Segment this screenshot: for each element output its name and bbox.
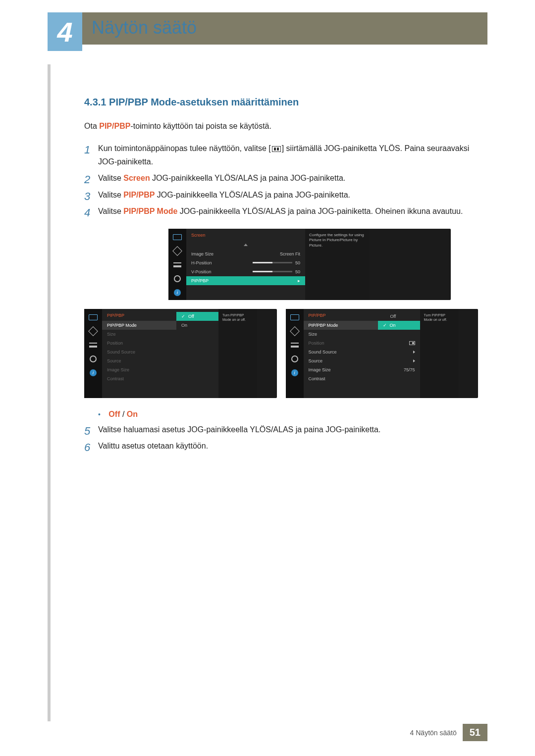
screen-term: Screen xyxy=(123,174,150,182)
step-2: 2 Valitse Screen JOG-painikkeella YLÖS/A… xyxy=(84,171,478,185)
bullet-off-on: • Off / On xyxy=(98,410,478,419)
menu-row-v-position: V-Position50 xyxy=(186,267,305,276)
menu-row-size: Size xyxy=(102,330,176,339)
step-5: 5 Valitse haluamasi asetus JOG-painikkee… xyxy=(84,423,478,436)
pipmode-term: PIP/PBP Mode xyxy=(123,207,177,215)
osd-panel-2: i PIP/PBP PIP/PBP Mode Size Position Sou… xyxy=(84,309,277,398)
info-icon: i xyxy=(88,368,99,377)
move-icon xyxy=(88,327,99,336)
osd-menu-title: PIP/PBP xyxy=(304,309,378,321)
osd-icon-column: i xyxy=(286,309,304,398)
footer-page-number: 51 xyxy=(463,724,487,741)
osd-help-text: Turn PIP/PBP Mode on or off. xyxy=(218,309,257,398)
menu-row-sound: Sound Source xyxy=(304,348,378,356)
osd-option-column: ✓Off On xyxy=(176,309,218,398)
option-off: Off xyxy=(378,312,420,321)
step-number: 6 xyxy=(84,438,90,456)
step-4: 4 Valitse PIP/PBP Mode JOG-painikkeella … xyxy=(84,204,478,218)
screen-icon xyxy=(88,313,99,322)
scroll-up-icon xyxy=(186,241,305,250)
step-1: 1 Kun toimintonäppäinopas tulee näyttöön… xyxy=(84,142,478,168)
chevron-right-icon xyxy=(413,351,415,353)
menu-row-image-size: Image Size xyxy=(304,365,378,374)
value-sound-icon xyxy=(378,339,420,348)
step-number: 3 xyxy=(84,187,90,205)
value-imgsize-arrow xyxy=(378,356,420,365)
step-number: 4 xyxy=(84,203,90,222)
bars-icon xyxy=(88,341,99,350)
check-icon: ✓ xyxy=(181,314,185,319)
osd-menu-column: PIP/PBP PIP/PBP Mode Size Position Sound… xyxy=(304,309,378,398)
chapter-number: 4 xyxy=(57,16,72,48)
menu-row-contrast: Contrast xyxy=(102,374,176,383)
step-number: 1 xyxy=(84,141,90,159)
on-label: On xyxy=(127,410,138,418)
menu-row-image-size: Image Size xyxy=(102,365,176,374)
menu-row-size: Size xyxy=(304,330,378,339)
menu-row-source: Source xyxy=(102,356,176,365)
option-on: On xyxy=(176,321,218,330)
osd-menu-title: PIP/PBP xyxy=(102,309,176,321)
menu-row-source: Source xyxy=(304,356,378,365)
osd-screen-menu: i Screen Image SizeScreen Fit H-Position… xyxy=(168,229,451,300)
move-icon xyxy=(289,327,300,336)
menu-row-pip-mode: PIP/PBP Mode xyxy=(304,321,378,330)
option-on: ✓On xyxy=(378,321,420,330)
pip-layout-icon xyxy=(409,341,415,345)
osd-menu-title: Screen xyxy=(186,229,305,241)
page-footer: 4 Näytön säätö 51 xyxy=(410,724,487,741)
osd-menu-column: PIP/PBP PIP/PBP Mode Size Position Sound… xyxy=(102,309,176,398)
move-icon xyxy=(172,247,183,255)
osd-option-column: Off ✓On 75/75 xyxy=(378,309,420,398)
menu-row-position: Position xyxy=(102,339,176,348)
page: 4 Näytön säätö 4.3.1 PIP/PBP Mode-asetuk… xyxy=(0,0,535,756)
osd-icon-column: i xyxy=(84,309,102,398)
pip-term: PIP/PBP xyxy=(99,122,130,130)
chevron-right-icon: ▸ xyxy=(298,278,300,283)
pip-term: PIP/PBP xyxy=(123,191,155,199)
osd-help-text: Turn PIP/PBP Mode on or off. xyxy=(420,309,459,398)
bullet-icon: • xyxy=(98,410,101,418)
menu-icon xyxy=(272,146,281,152)
info-icon: i xyxy=(289,368,300,377)
bars-icon xyxy=(172,260,183,269)
menu-row-h-position: H-Position50 xyxy=(186,258,305,267)
bars-icon xyxy=(289,341,300,350)
step-6: 6 Valittu asetus otetaan käyttöön. xyxy=(84,439,478,453)
option-off: ✓Off xyxy=(176,312,218,321)
menu-row-position: Position xyxy=(304,339,378,348)
osd-icon-column: i xyxy=(168,229,186,300)
menu-row-pip-pbp: PIP/PBP▸ xyxy=(186,276,305,285)
side-stripe xyxy=(48,64,51,721)
gear-icon xyxy=(172,274,183,283)
menu-row-image-size: Image SizeScreen Fit xyxy=(186,250,305,258)
steps-list: 1 Kun toimintonäppäinopas tulee näyttöön… xyxy=(84,142,478,218)
menu-row-pip-mode: PIP/PBP Mode xyxy=(102,321,176,330)
gear-icon xyxy=(88,354,99,363)
section-number: 4.3.1 xyxy=(84,97,106,107)
osd-menu-column: Screen Image SizeScreen Fit H-Position50… xyxy=(186,229,305,300)
osd-panel-1: i Screen Image SizeScreen Fit H-Position… xyxy=(168,229,451,300)
chapter-badge: 4 xyxy=(48,12,82,51)
intro-text: Ota PIP/PBP-toiminto käyttöön tai poista… xyxy=(84,122,478,131)
step-number: 5 xyxy=(84,422,90,440)
check-icon: ✓ xyxy=(383,323,387,328)
off-label: Off xyxy=(108,410,120,418)
info-icon: i xyxy=(172,288,183,297)
screen-icon xyxy=(172,233,183,242)
value-contrast: 75/75 xyxy=(378,365,420,374)
menu-row-sound: Sound Source xyxy=(102,348,176,356)
osd-pair: i PIP/PBP PIP/PBP Mode Size Position Sou… xyxy=(84,309,478,403)
step-3: 3 Valitse PIP/PBP JOG-painikkeella YLÖS/… xyxy=(84,188,478,202)
chapter-title: Näytön säätö xyxy=(92,17,197,38)
menu-row-contrast: Contrast xyxy=(304,374,378,383)
osd-panel-3: i PIP/PBP PIP/PBP Mode Size Position Sou… xyxy=(286,309,479,398)
chevron-right-icon xyxy=(413,359,415,362)
osd-help-text: Configure the settings for using Picture… xyxy=(305,229,370,300)
gear-icon xyxy=(289,354,300,363)
section-title: PIP/PBP Mode-asetuksen määrittäminen xyxy=(109,97,299,107)
step-number: 2 xyxy=(84,170,90,189)
content: 4.3.1 PIP/PBP Mode-asetuksen määrittämin… xyxy=(84,97,478,455)
steps-list-2: 5 Valitse haluamasi asetus JOG-painikkee… xyxy=(84,423,478,453)
value-source-arrow xyxy=(378,348,420,356)
